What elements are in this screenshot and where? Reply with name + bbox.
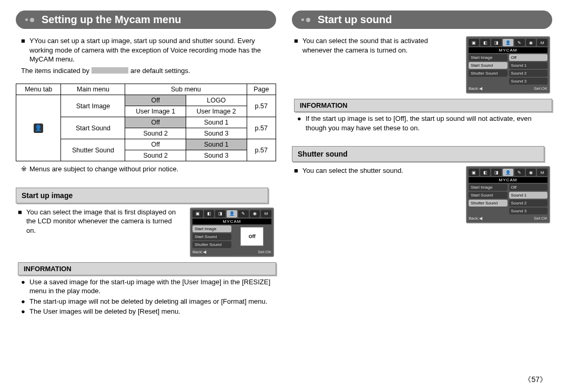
lcd-item: Shutter Sound [469, 70, 508, 77]
lcd-item: Start Image [192, 225, 231, 232]
dot-bullet-icon: ● [21, 277, 29, 296]
cell-userimage1: User Image 1 [125, 106, 186, 117]
cell-sound1: Sound 1 [186, 139, 247, 150]
mode-icon: M [261, 210, 271, 218]
bullet-icon [30, 18, 34, 22]
asterisk-icon: ※ [21, 164, 29, 174]
startup-sound-text: You can select the sound that is activat… [302, 36, 459, 55]
info-item: Use a saved image for the start-up image… [29, 277, 271, 296]
mode-icon: ◧ [204, 210, 215, 218]
mode-icon: ◧ [480, 169, 491, 176]
bullet-icon [301, 18, 304, 21]
lcd-item: Start Image [469, 54, 508, 61]
left-heading: Setting up the Mycam menu [16, 11, 276, 29]
lcd-item: Start Image [469, 184, 508, 191]
information-heading: INFORMATION [294, 99, 552, 112]
lcd-back: Back:◀ [469, 216, 482, 221]
information-block: ●Use a saved image for the start-up imag… [16, 277, 276, 317]
shutter-sound-heading: Shutter sound [292, 146, 544, 162]
mode-icon: ◨ [215, 210, 226, 218]
info-item: The start-up image will not be deleted b… [29, 297, 271, 306]
lcd-item: Sound 1 [509, 62, 548, 69]
table-footnote: ※ Menus are subject to change without pr… [16, 164, 276, 175]
defaults-suffix: are default settings. [130, 66, 190, 76]
lcd-title: MYCAM [469, 47, 547, 53]
lcd-set: Set:OK [534, 216, 547, 221]
mode-icon: ▣ [469, 169, 479, 176]
lcd-item: Shutter Sound [192, 241, 231, 248]
lcd-thumb: Off [240, 227, 263, 246]
lcd-preview-startsound: ▣ ◧ ◨ 👤 ✎ ◉ M MYCAM Start Image Start So… [466, 36, 550, 94]
dot-bullet-icon: ● [297, 114, 306, 132]
lcd-item: Shutter Sound [469, 200, 508, 207]
cell-off: Off [125, 117, 186, 128]
square-bullet-icon: ■ [18, 208, 26, 235]
bullet-icon [25, 18, 28, 21]
right-heading: Start up sound [292, 11, 552, 29]
person-icon: 👤 [34, 123, 43, 133]
cell-page: p.57 [247, 95, 276, 117]
mode-icon: 👤 [503, 39, 513, 46]
cell-off: Off [125, 95, 186, 106]
cell-logo: LOGO [186, 95, 247, 106]
info-item: The User images will be deleted by [Rese… [29, 307, 271, 316]
lcd-set: Set:OK [258, 250, 271, 254]
lcd-item: Start Sound [192, 233, 231, 240]
startup-image-text: You can select the image that is first d… [26, 208, 182, 235]
mode-icon: ◉ [526, 169, 536, 176]
mode-icon: ✎ [514, 39, 525, 46]
defaults-prefix: The items indicated by [21, 66, 89, 76]
lcd-item: Off [509, 184, 548, 191]
right-column: Start up sound ■ You can select the soun… [292, 11, 552, 387]
lcd-item: Sound 2 [509, 70, 548, 77]
lcd-item: Off [509, 54, 548, 61]
dot-bullet-icon: ● [21, 297, 29, 306]
lcd-item: Sound 2 [509, 200, 548, 207]
mode-icon: ▣ [469, 39, 479, 46]
defaults-note: The items indicated by are default setti… [21, 66, 271, 76]
square-bullet-icon: ■ [294, 36, 302, 55]
left-heading-text: Setting up the Mycam menu [42, 14, 181, 26]
cell-startimage: Start Image [61, 95, 125, 117]
lcd-item: Start Sound [469, 192, 508, 199]
mode-icon: 👤 [227, 210, 237, 218]
lcd-back: Back:◀ [469, 86, 482, 91]
cell-sound2: Sound 2 [125, 128, 186, 139]
lcd-title: MYCAM [192, 219, 271, 224]
mode-icon: ◉ [250, 210, 260, 218]
intro-text: YYou can set up a start up image, start … [29, 36, 271, 64]
cell-userimage2: User Image 2 [186, 106, 247, 117]
cell-sound1: Sound 1 [186, 117, 247, 128]
cell-sound3: Sound 3 [186, 150, 247, 161]
th-submenu: Sub menu [125, 84, 247, 95]
square-bullet-icon: ■ [294, 166, 302, 176]
cell-startsound: Start Sound [61, 117, 125, 139]
lcd-item: Sound 3 [509, 208, 548, 214]
mode-icon: ◉ [526, 39, 536, 46]
info-text: If the start up image is set to [Off], t… [306, 114, 547, 132]
th-menutab: Menu tab [16, 84, 61, 95]
mode-icon: ▣ [192, 210, 203, 218]
left-column: Setting up the Mycam menu ■ YYou can set… [16, 11, 276, 387]
mode-icon: ✎ [514, 169, 525, 176]
dot-bullet-icon: ● [21, 307, 29, 316]
mode-icon: ◨ [491, 39, 502, 46]
th-mainmenu: Main menu [61, 84, 125, 95]
lcd-preview-startimage: ▣ ◧ ◨ 👤 ✎ ◉ M MYCAM Start Image Start So… [190, 208, 274, 257]
th-page: Page [247, 84, 276, 95]
lcd-preview-shuttersound: ▣ ◧ ◨ 👤 ✎ ◉ M MYCAM Start Image Start So… [466, 166, 550, 223]
mycam-menu-table: Menu tab Main menu Sub menu Page 👤 Start… [16, 84, 276, 161]
cell-sound3: Sound 3 [186, 128, 247, 139]
lcd-item: Sound 3 [509, 78, 548, 85]
cell-sound2: Sound 2 [125, 150, 186, 161]
mode-icon: ◧ [480, 39, 491, 46]
page-number: 《57》 [524, 375, 547, 385]
startup-image-heading: Start up image [16, 188, 268, 203]
mode-icon: 👤 [503, 169, 513, 176]
left-intro: ■ YYou can set up a start up image, star… [16, 36, 276, 75]
default-swatch-icon [92, 67, 128, 74]
information-heading: INFORMATION [18, 262, 276, 275]
cell-page: p.57 [247, 117, 276, 139]
right-heading-text: Start up sound [318, 14, 392, 26]
lcd-back: Back:◀ [192, 250, 206, 254]
